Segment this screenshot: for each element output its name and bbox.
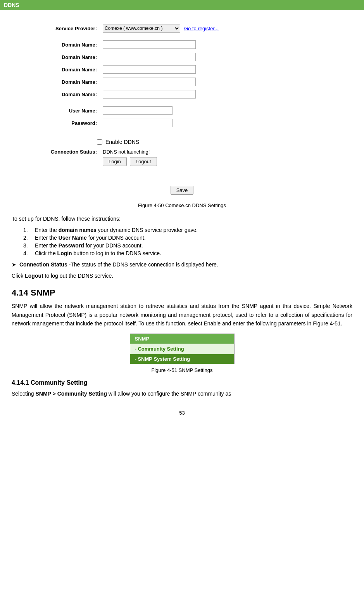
instructions-intro: To set up for DDNS, follow these instruc… [12,214,352,223]
figure-50-caption: Figure 4-50 Comexe.cn DDNS Settings [12,202,352,208]
page-number: 53 [12,410,352,416]
snmp-menu-header: SNMP [130,334,234,344]
go-to-register-link[interactable]: Go to register... [184,26,219,31]
instruction-4-number: 4. [23,250,35,256]
connection-status-content: DDNS not launching! Login Logout [103,149,157,166]
instruction-list: 1. Enter the domain names your dynamic D… [23,227,352,256]
domain-name-row-2: Domain Name: [12,53,352,61]
main-content: Service Provider: Comexe ( www.comexe.cn… [0,14,364,424]
domain-name-label-3: Domain Name: [35,67,97,73]
enable-ddns-checkbox[interactable] [97,139,102,145]
snmp-figure: SNMP - Community Setting - SNMP System S… [12,334,352,364]
domain-name-label-5: Domain Name: [35,92,97,97]
enable-ddns-row: Enable DDNS [12,139,352,145]
logout-note: Click Logout to log out the DDNS service… [12,271,352,280]
section-414-body: SNMP will allow the network management s… [12,302,352,328]
domain-name-row-3: Domain Name: [12,65,352,74]
instruction-item-2: 2. Enter the User Name for your DDNS acc… [23,235,352,241]
domain-name-label-2: Domain Name: [35,54,97,60]
user-name-row: User Name: [12,106,352,115]
instruction-1-text: Enter the domain names your dynamic DNS … [35,227,198,233]
instruction-4-text: Click the Login button to log in to the … [35,250,161,256]
connection-status-row: Connection Status: DDNS not launching! L… [12,149,352,166]
instruction-2-number: 2. [23,235,35,241]
user-name-label: User Name: [35,108,97,114]
service-provider-select[interactable]: Comexe ( www.comexe.cn ) [103,24,180,33]
arrow-icon: ➤ [12,260,16,269]
service-provider-row: Service Provider: Comexe ( www.comexe.cn… [12,24,352,33]
login-button[interactable]: Login [103,157,127,166]
domain-name-label-4: Domain Name: [35,79,97,85]
domain-name-input-2[interactable] [103,53,196,61]
logout-button[interactable]: Logout [130,157,157,166]
instruction-1-number: 1. [23,227,35,233]
enable-ddns-label: Enable DDNS [105,139,139,145]
password-label: Password: [35,120,97,126]
section-4141-heading: 4.14.1 Community Setting [12,379,352,386]
domain-name-row-1: Domain Name: [12,40,352,49]
save-row: Save [12,181,352,199]
ddns-header-label: DDNS [4,2,19,8]
figure-51-caption: Figure 4-51 SNMP Settings [12,367,352,373]
snmp-menu-item-system[interactable]: - SNMP System Setting [130,354,234,364]
domain-name-row-4: Domain Name: [12,78,352,86]
instruction-item-1: 1. Enter the domain names your dynamic D… [23,227,352,233]
domain-name-input-1[interactable] [103,40,196,49]
user-name-input[interactable] [103,106,173,115]
connection-status-note: ➤ Connection Status -The status of the D… [12,260,352,269]
service-provider-label: Service Provider: [35,26,97,31]
instruction-item-4: 4. Click the Login button to log in to t… [23,250,352,256]
snmp-menu-item-community[interactable]: - Community Setting [130,344,234,354]
ddns-header: DDNS [0,0,364,10]
section-414-heading: 4.14 SNMP [12,288,352,298]
domain-name-input-5[interactable] [103,90,196,99]
connection-status-note-text: Connection Status -The status of the DDN… [19,260,218,269]
instruction-3-number: 3. [23,242,35,249]
instruction-item-3: 3. Enter the Password for your DDNS acco… [23,242,352,249]
password-row: Password: [12,119,352,127]
domain-name-row-5: Domain Name: [12,90,352,99]
domain-name-input-4[interactable] [103,78,196,86]
save-button[interactable]: Save [171,186,194,195]
ddns-form-section: Service Provider: Comexe ( www.comexe.cn… [12,18,352,175]
snmp-menu-box: SNMP - Community Setting - SNMP System S… [130,334,235,364]
domain-name-input-3[interactable] [103,65,196,74]
connection-status-label: Connection Status: [35,149,97,155]
login-logout-buttons: Login Logout [103,157,157,166]
connection-status-value: DDNS not launching! [103,149,157,155]
instruction-2-text: Enter the User Name for your DDNS accoun… [35,235,146,241]
domain-name-label-1: Domain Name: [35,42,97,48]
password-input[interactable] [103,119,173,127]
instruction-3-text: Enter the Password for your DDNS account… [35,242,143,249]
section-4141-body: Selecting SNMP > Community Setting will … [12,389,352,398]
